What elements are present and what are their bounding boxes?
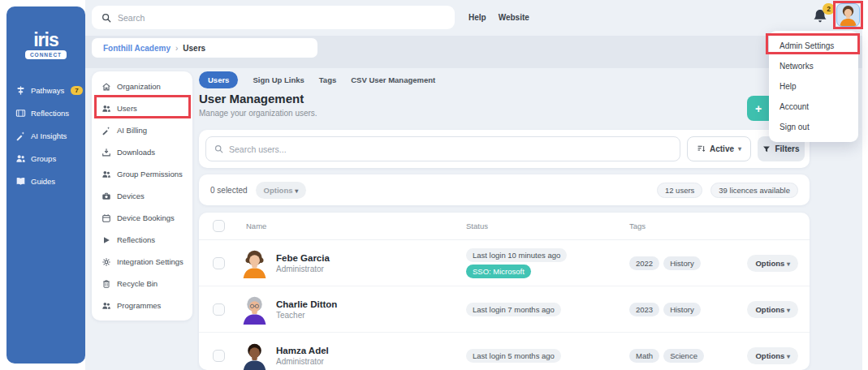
admin-nav-label: AI Billing [117,126,147,135]
sort-value: Active [710,144,734,153]
tab-sign-up-links[interactable]: Sign Up Links [253,75,304,84]
user-search-input[interactable] [229,144,672,154]
sidebar-item-ai-insights[interactable]: AI Insights [6,124,85,147]
funnel-icon [762,145,771,153]
sort-active-dropdown[interactable]: Active ▾ [687,136,751,161]
breadcrumb: Fonthill Academy › Users [92,38,317,58]
selected-count: 0 selected [210,186,248,195]
caret-down-icon: ▾ [738,145,741,153]
tag-badge: Math [629,349,659,363]
sidebar-item-reflections[interactable]: Reflections [6,101,85,124]
global-search-input[interactable] [118,13,445,23]
pathways-count-badge: 7 [71,86,82,95]
film-icon [15,108,26,118]
page-subtitle: Manage your organization users. [199,109,317,118]
sidebar-item-label: AI Insights [31,131,67,140]
admin-nav-label: Programmes [117,301,161,310]
sidebar-item-label: Reflections [31,109,69,118]
filters-label: Filters [775,144,799,153]
tag-badge: History [663,303,701,316]
admin-nav-label: Devices [117,191,145,200]
tag-badge: 2023 [629,303,659,316]
admin-nav-label: Recycle Bin [117,279,158,288]
last-login-badge: Last login 10 minutes ago [466,248,567,262]
admin-nav-ai-billing[interactable]: AI Billing [92,119,192,141]
play-icon [101,235,111,245]
table-header-row: Name Status Tags [199,213,810,240]
camera-icon [101,191,111,201]
tab-tags[interactable]: Tags [319,75,336,84]
admin-nav-integration-settings[interactable]: Integration Settings [92,251,192,273]
admin-nav-device-bookings[interactable]: Device Bookings [92,207,192,229]
download-icon [101,148,111,157]
sidebar-item-pathways[interactable]: Pathways 7 [6,79,85,101]
sso-badge: SSO: Microsoft [466,265,531,278]
admin-nav-programmes[interactable]: Programmes [92,295,192,316]
row-options-button[interactable]: Options ▾ [747,347,798,364]
admin-nav-devices[interactable]: Devices [92,185,192,207]
users-icon [101,301,111,311]
user-avatar [240,295,270,325]
sidebar-item-label: Groups [31,154,56,163]
website-link[interactable]: Website [499,13,529,22]
global-search [92,6,455,29]
admin-nav-organization[interactable]: Organization [92,75,192,97]
tab-users[interactable]: Users [199,71,238,88]
admin-settings-nav: Organization Users AI Billing Downloads … [92,71,192,321]
select-all-checkbox[interactable] [213,220,225,232]
admin-nav-downloads[interactable]: Downloads [92,141,192,163]
table-row: Febe Garcia Administrator Last login 10 … [199,240,810,286]
home-icon [101,82,111,92]
user-role: Administrator [276,265,330,273]
sidebar-item-label: Guides [31,177,55,186]
menu-item-sign-out[interactable]: Sign out [769,117,858,137]
user-name: Hamza Adel [276,346,329,355]
menu-item-account[interactable]: Account [769,97,858,117]
caret-down-icon: ▾ [787,260,790,268]
trash-icon [101,279,111,289]
user-role: Teacher [276,311,337,320]
bulk-options-button[interactable]: Options ▾ [256,182,307,199]
admin-nav-label: Reflections [117,235,155,244]
licences-badge: 39 licences available [710,183,798,198]
help-link[interactable]: Help [469,13,486,22]
logo-subtext: CONNECT [25,50,67,59]
sidebar-item-guides[interactable]: Guides [6,170,85,192]
admin-nav-label: Integration Settings [117,257,184,266]
user-management-tabs: Users Sign Up Links Tags CSV User Manage… [199,70,435,89]
admin-nav-reflections[interactable]: Reflections [92,229,192,251]
tag-badge: 2022 [629,256,659,270]
cogs-icon [101,257,111,267]
sidebar-item-groups[interactable]: Groups [6,147,85,170]
avatar-image [837,4,859,26]
last-login-badge: Last login 7 months ago [466,303,561,316]
admin-nav-users[interactable]: Users [92,97,192,119]
table-row: Hamza Adel Administrator Last login 5 mo… [199,333,810,370]
book-icon [15,176,26,187]
users-table: Name Status Tags Febe Garcia Administrat… [199,213,810,370]
menu-item-networks[interactable]: Networks [769,56,858,76]
row-options-button[interactable]: Options ▾ [747,301,798,318]
user-dropdown-menu: Admin Settings Networks Help Account Sig… [769,31,858,142]
tag-badge: Science [663,349,704,363]
column-header-name: Name [236,222,462,230]
notification-count-badge: 2 [823,3,835,15]
menu-item-help[interactable]: Help [769,76,858,97]
breadcrumb-org-link[interactable]: Fonthill Academy [103,44,171,53]
row-checkbox[interactable] [213,350,225,362]
row-checkbox[interactable] [213,257,225,269]
row-checkbox[interactable] [213,303,225,316]
menu-item-admin-settings[interactable]: Admin Settings [769,36,858,56]
admin-nav-group-permissions[interactable]: Group Permissions [92,163,192,185]
wand-icon [15,131,26,141]
user-count-badge: 12 users [657,183,702,198]
tab-csv-user-management[interactable]: CSV User Management [351,75,435,84]
admin-nav-label: Users [117,104,137,113]
admin-nav-recycle-bin[interactable]: Recycle Bin [92,273,192,295]
row-options-button[interactable]: Options ▾ [747,255,798,272]
user-name: Febe Garcia [276,253,330,263]
user-name: Charlie Ditton [276,299,337,309]
search-icon [214,144,223,153]
user-avatar-button[interactable] [836,3,860,27]
admin-nav-label: Device Bookings [117,213,175,222]
